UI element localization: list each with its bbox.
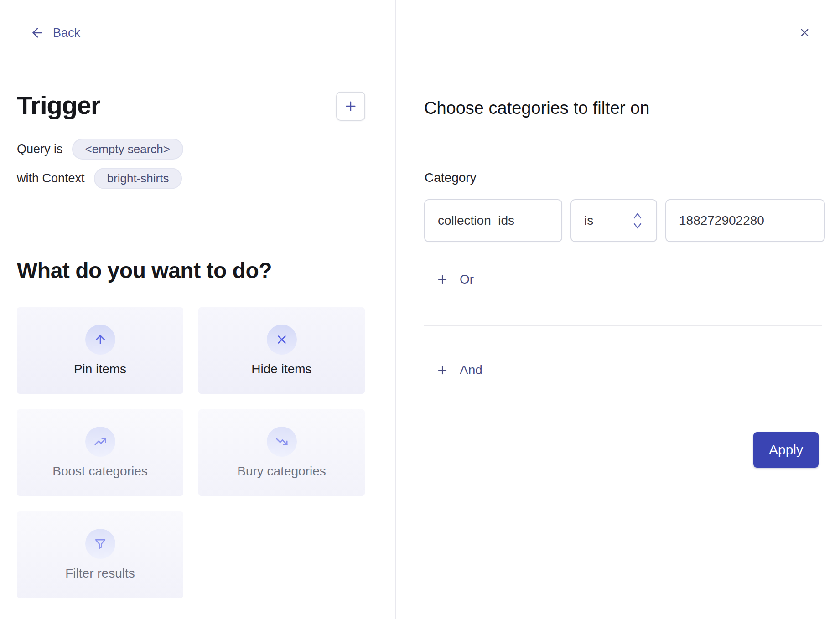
- dialog-heading: Choose categories to filter on: [424, 98, 649, 118]
- add-trigger-button[interactable]: [336, 92, 365, 121]
- plus-icon: [436, 273, 449, 286]
- action-card-boost-categories[interactable]: Boost categories: [17, 409, 183, 496]
- card-label: Bury categories: [237, 464, 326, 479]
- query-label: Query is: [17, 142, 63, 156]
- actions-heading: What do you want to do?: [17, 258, 272, 283]
- value-input[interactable]: [665, 199, 825, 242]
- condition-group-divider: [424, 325, 822, 326]
- back-arrow-icon: [30, 26, 45, 40]
- context-value-pill[interactable]: bright-shirts: [94, 168, 182, 189]
- operator-select[interactable]: is: [570, 199, 657, 242]
- card-label: Hide items: [251, 362, 311, 377]
- icon-circle: [85, 427, 115, 457]
- or-label: Or: [460, 272, 474, 287]
- chevron-up-icon: [632, 211, 643, 220]
- trending-up-icon: [93, 435, 107, 449]
- arrow-up-icon: [93, 333, 107, 346]
- close-button[interactable]: [796, 24, 813, 41]
- query-value-pill[interactable]: <empty search>: [72, 139, 183, 160]
- action-card-filter-results[interactable]: Filter results: [17, 511, 183, 598]
- add-and-button[interactable]: And: [436, 363, 482, 377]
- page-title: Trigger: [17, 90, 100, 120]
- action-card-hide-items[interactable]: Hide items: [198, 307, 365, 394]
- close-icon: [799, 26, 811, 39]
- plus-icon: [436, 364, 449, 377]
- context-condition-row: with Context bright-shirts: [17, 168, 182, 189]
- operator-stepper-icons: [632, 211, 643, 230]
- context-label: with Context: [17, 171, 85, 186]
- add-or-button[interactable]: Or: [436, 272, 474, 287]
- icon-circle: [85, 529, 115, 559]
- trigger-setup-screen: Back Trigger Query is <empty search> wit…: [0, 0, 840, 619]
- plus-icon: [343, 99, 358, 113]
- back-button[interactable]: Back: [30, 26, 80, 40]
- apply-button[interactable]: Apply: [753, 432, 819, 468]
- card-label: Boost categories: [52, 464, 148, 479]
- card-label: Filter results: [65, 566, 135, 581]
- icon-circle: [267, 427, 297, 457]
- action-card-bury-categories[interactable]: Bury categories: [198, 409, 365, 496]
- attribute-input[interactable]: [424, 199, 562, 242]
- query-condition-row: Query is <empty search>: [17, 139, 183, 160]
- panel-divider: [395, 0, 396, 619]
- action-card-pin-items[interactable]: Pin items: [17, 307, 183, 394]
- action-cards-grid: Pin items Hide items: [17, 307, 365, 598]
- chevron-down-icon: [632, 222, 643, 230]
- category-filter-row: is: [424, 199, 825, 242]
- trending-down-icon: [275, 435, 289, 449]
- x-icon: [275, 333, 289, 346]
- icon-circle: [267, 325, 297, 355]
- funnel-icon: [93, 537, 107, 551]
- operator-value: is: [584, 213, 593, 228]
- category-label: Category: [425, 170, 477, 185]
- card-label: Pin items: [74, 362, 126, 377]
- back-label: Back: [53, 26, 80, 40]
- and-label: And: [460, 363, 482, 377]
- icon-circle: [85, 325, 115, 355]
